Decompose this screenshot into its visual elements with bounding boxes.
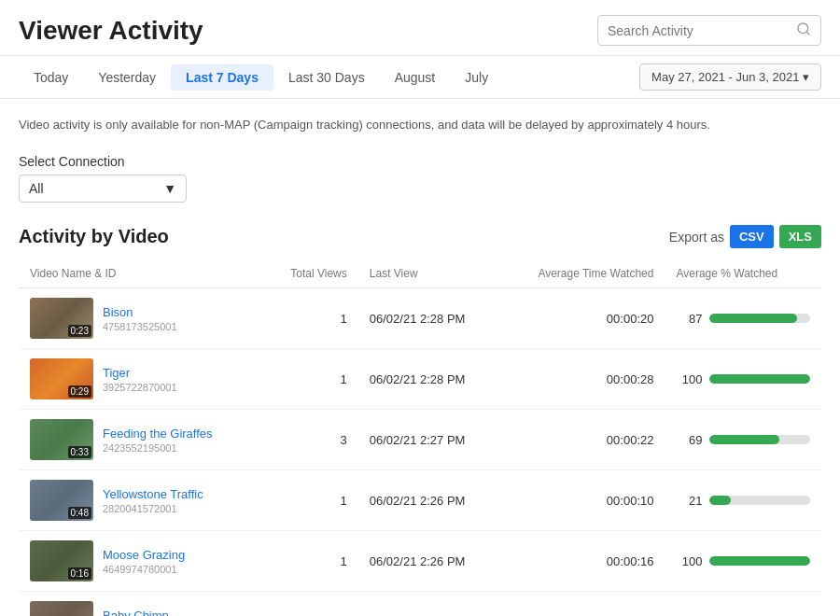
video-thumbnail: 0:23 (30, 298, 93, 339)
video-info: Bison 4758173525001 (103, 305, 177, 332)
page-title: Viewer Activity (19, 16, 203, 46)
progress-bar-bg (709, 556, 810, 566)
nav-bar: Today Yesterday Last 7 Days Last 30 Days… (0, 56, 840, 99)
progress-bar-fill (709, 374, 810, 384)
video-info: Baby Chimp 5263118111001 (103, 609, 177, 617)
total-views-cell: 1 (264, 349, 358, 410)
tab-last30days[interactable]: Last 30 Days (273, 64, 380, 91)
pct-value: 100 (676, 554, 702, 568)
chevron-down-icon: ▼ (163, 181, 176, 196)
video-cell-5: 0:? Baby Chimp 5263118111001 (19, 592, 264, 617)
avg-pct-cell: 21 (665, 470, 821, 531)
table-row: 0:16 Moose Grazing 4649974780001 1 06/02… (19, 531, 821, 592)
avg-pct-cell: 100 (665, 531, 821, 592)
last-view-cell: 06/02/21 2:26 PM (358, 531, 500, 592)
video-id: 2820041572001 (103, 503, 203, 514)
last-view-cell: 06/02/21 2:27 PM (358, 410, 500, 470)
video-duration: 0:23 (68, 325, 91, 337)
progress-bar-fill (709, 496, 731, 505)
avg-time-cell: 00:00:20 (499, 288, 665, 349)
connection-select[interactable]: All ▼ (19, 175, 187, 203)
video-name[interactable]: Baby Chimp (103, 609, 177, 617)
avg-pct-cell: 100 (665, 592, 821, 617)
avg-time-cell: 00:00:10 (499, 470, 665, 531)
video-id: 3925722870001 (103, 382, 177, 393)
video-duration: 0:48 (68, 507, 91, 519)
video-name[interactable]: Bison (103, 305, 177, 319)
avg-time-cell: 00:00:05 (499, 592, 665, 617)
search-box[interactable] (597, 15, 821, 46)
progress-bar-bg (709, 435, 810, 444)
video-info: Moose Grazing 4649974780001 (103, 548, 185, 575)
video-cell-0: 0:23 Bison 4758173525001 (19, 288, 264, 349)
video-name[interactable]: Tiger (103, 366, 177, 380)
tab-last7days[interactable]: Last 7 Days (171, 64, 273, 91)
last-view-cell: 06/02/21 2:28 PM (358, 288, 500, 349)
connection-section: Select Connection All ▼ (19, 154, 821, 203)
tab-august[interactable]: August (380, 64, 451, 91)
progress-bar-fill (709, 314, 797, 323)
export-csv-button[interactable]: CSV (730, 225, 774, 248)
video-info: Yellowstone Traffic 2820041572001 (103, 487, 203, 514)
video-cell-1: 0:29 Tiger 3925722870001 (19, 349, 264, 410)
video-thumbnail: 0:16 (30, 540, 93, 581)
video-id: 4758173525001 (103, 321, 177, 332)
connection-label: Select Connection (19, 154, 821, 169)
video-id: 2423552195001 (103, 442, 213, 454)
video-thumbnail: 0:48 (30, 480, 93, 521)
activity-title: Activity by Video (19, 226, 169, 247)
avg-pct-cell: 69 (665, 410, 821, 470)
total-views-cell: 1 (264, 592, 358, 617)
avg-pct-cell: 100 (665, 349, 821, 410)
total-views-cell: 1 (264, 470, 358, 531)
video-thumbnail: 0:? (30, 601, 93, 616)
last-view-cell: 06/02/21 2:25 PM (358, 592, 500, 617)
video-duration: 0:16 (68, 567, 91, 580)
video-duration: 0:29 (68, 385, 91, 398)
pct-value: 69 (676, 433, 702, 447)
table-row: 0:29 Tiger 3925722870001 1 06/02/21 2:28… (19, 349, 821, 410)
search-icon (796, 21, 811, 39)
video-name[interactable]: Moose Grazing (103, 548, 185, 562)
table-row: 0:? Baby Chimp 5263118111001 1 06/02/21 … (19, 592, 821, 617)
tab-today[interactable]: Today (19, 64, 83, 91)
total-views-cell: 3 (264, 410, 358, 470)
progress-bar-fill (709, 556, 810, 566)
video-info: Feeding the Giraffes 2423552195001 (103, 427, 213, 454)
page-header: Viewer Activity (0, 0, 840, 56)
avg-time-cell: 00:00:22 (499, 410, 665, 470)
video-cell-3: 0:48 Yellowstone Traffic 2820041572001 (19, 470, 264, 531)
export-row: Export as CSV XLS (669, 225, 821, 248)
export-xls-button[interactable]: XLS (779, 225, 821, 248)
nav-tabs: Today Yesterday Last 7 Days Last 30 Days… (19, 64, 503, 91)
tab-yesterday[interactable]: Yesterday (83, 64, 171, 91)
col-total-views: Total Views (264, 259, 358, 288)
video-info: Tiger 3925722870001 (103, 366, 177, 393)
table-row: 0:23 Bison 4758173525001 1 06/02/21 2:28… (19, 288, 821, 349)
video-id: 4649974780001 (103, 564, 185, 575)
video-thumbnail: 0:33 (30, 419, 93, 460)
avg-time-cell: 00:00:16 (499, 531, 665, 592)
video-name[interactable]: Feeding the Giraffes (103, 427, 213, 441)
date-range-button[interactable]: May 27, 2021 - Jun 3, 2021 ▾ (639, 63, 821, 91)
pct-value: 100 (676, 372, 702, 386)
col-avg-time: Average Time Watched (499, 259, 665, 288)
total-views-cell: 1 (264, 531, 358, 592)
total-views-cell: 1 (264, 288, 358, 349)
tab-july[interactable]: July (450, 64, 503, 91)
pct-value: 21 (676, 494, 702, 508)
col-last-view: Last View (358, 259, 500, 288)
last-view-cell: 06/02/21 2:28 PM (358, 349, 500, 410)
activity-section-header: Activity by Video Export as CSV XLS (19, 225, 821, 248)
avg-time-cell: 00:00:28 (499, 349, 665, 410)
search-input[interactable] (608, 23, 792, 38)
col-avg-pct: Average % Watched (665, 259, 821, 288)
video-name[interactable]: Yellowstone Traffic (103, 487, 203, 501)
progress-bar-bg (709, 314, 810, 323)
video-thumbnail: 0:29 (30, 358, 93, 399)
video-cell-2: 0:33 Feeding the Giraffes 2423552195001 (19, 410, 264, 470)
table-row: 0:33 Feeding the Giraffes 2423552195001 … (19, 410, 821, 470)
connection-value: All (29, 181, 44, 196)
activity-table: Video Name & ID Total Views Last View Av… (19, 259, 821, 616)
last-view-cell: 06/02/21 2:26 PM (358, 470, 500, 531)
